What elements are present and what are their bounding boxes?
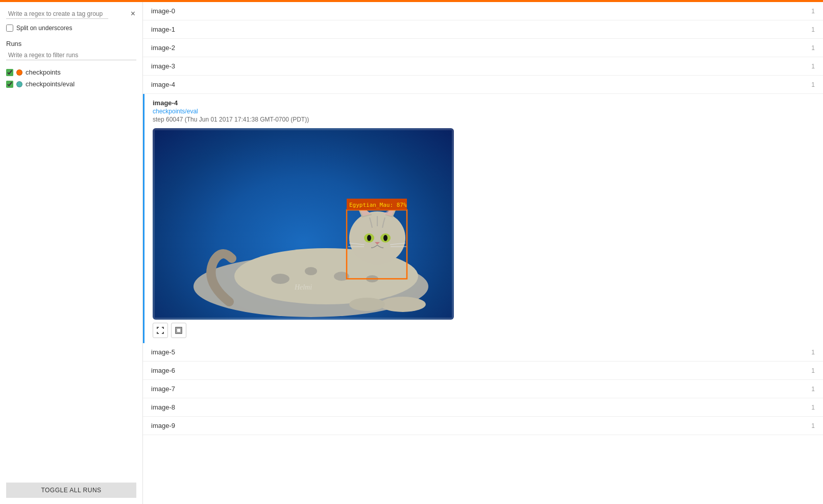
image-row-label: image-4 [151, 81, 175, 88]
image-row-label: image-1 [151, 26, 175, 33]
svg-point-15 [367, 235, 371, 241]
runs-section-label: Runs [6, 40, 136, 47]
image-row[interactable]: image-71 [143, 380, 823, 398]
expanded-image-section: image-4 checkpoints/eval step 60047 (Thu… [143, 94, 823, 343]
images-after-list: image-51image-61image-71image-81image-91 [143, 343, 823, 435]
sidebar: × Split on underscores Runs checkpoints … [0, 2, 143, 504]
split-underscores-checkbox[interactable] [6, 25, 13, 32]
run-item-checkpoints-eval[interactable]: checkpoints/eval [6, 78, 136, 90]
actual-size-button[interactable] [171, 323, 186, 338]
fullscreen-icon [156, 326, 164, 334]
image-row-count: 1 [811, 422, 815, 429]
image-row-count: 1 [811, 44, 815, 52]
svg-point-7 [349, 298, 385, 311]
image-row-count: 1 [811, 386, 815, 393]
detection-text: Egyptian_Mau: 87% [349, 202, 407, 208]
content-area: image-01image-11image-21image-31image-41… [143, 2, 823, 504]
image-row[interactable]: image-61 [143, 362, 823, 380]
tag-group-row: × [6, 8, 136, 19]
image-row-label: image-9 [151, 422, 175, 429]
image-row[interactable]: image-41 [143, 76, 823, 94]
run-color-checkpoints-eval [16, 81, 22, 87]
image-row[interactable]: image-01 [143, 2, 823, 20]
run-checkbox-checkpoints[interactable] [6, 69, 13, 76]
svg-point-3 [305, 267, 317, 275]
actual-size-icon [175, 326, 183, 334]
toggle-all-button[interactable]: TOGGLE ALL RUNS [6, 483, 136, 498]
svg-point-2 [271, 274, 289, 284]
expanded-step-label: step 60047 (Thu Jun 01 2017 17:41:38 GMT… [153, 116, 815, 123]
image-controls [153, 323, 815, 338]
image-row-count: 1 [811, 81, 815, 88]
image-row-count: 1 [811, 404, 815, 411]
cat-image-container: Egyptian_Mau: 87% Helmi [153, 128, 454, 320]
image-row-label: image-5 [151, 348, 175, 356]
image-row-label: image-3 [151, 62, 175, 70]
image-row[interactable]: image-91 [143, 417, 823, 435]
image-row-count: 1 [811, 349, 815, 356]
image-row-count: 1 [811, 8, 815, 15]
filter-runs-input[interactable] [6, 51, 136, 60]
run-checkbox-checkpoints-eval[interactable] [6, 81, 13, 88]
svg-point-16 [383, 235, 388, 241]
image-row[interactable]: image-51 [143, 343, 823, 362]
image-row-label: image-7 [151, 385, 175, 393]
image-row-count: 1 [811, 63, 815, 70]
split-underscores-row: Split on underscores [6, 25, 136, 32]
run-label-checkpoints: checkpoints [26, 68, 61, 76]
close-tag-button[interactable]: × [130, 8, 136, 19]
image-row-label: image-8 [151, 403, 175, 411]
image-row[interactable]: image-21 [143, 39, 823, 57]
image-row-label: image-2 [151, 44, 175, 52]
expanded-run-label: checkpoints/eval [153, 108, 815, 115]
run-label-checkpoints-eval: checkpoints/eval [26, 80, 75, 88]
image-row[interactable]: image-11 [143, 20, 823, 39]
tag-group-input[interactable] [6, 9, 108, 19]
svg-point-6 [380, 297, 426, 312]
image-row-count: 1 [811, 26, 815, 33]
run-item-checkpoints[interactable]: checkpoints [6, 66, 136, 78]
fullscreen-button[interactable] [153, 323, 168, 338]
images-before-list: image-01image-11image-21image-31image-41 [143, 2, 823, 94]
run-color-checkpoints [16, 69, 22, 76]
cat-svg: Egyptian_Mau: 87% [153, 128, 454, 320]
split-underscores-label: Split on underscores [16, 25, 72, 32]
image-row-label: image-6 [151, 367, 175, 374]
image-row[interactable]: image-31 [143, 57, 823, 76]
expanded-image-title: image-4 [153, 99, 815, 107]
image-row-count: 1 [811, 367, 815, 374]
image-row-label: image-0 [151, 7, 175, 15]
image-row[interactable]: image-81 [143, 398, 823, 417]
svg-rect-26 [177, 328, 181, 332]
expanded-header: image-4 checkpoints/eval step 60047 (Thu… [153, 99, 815, 123]
